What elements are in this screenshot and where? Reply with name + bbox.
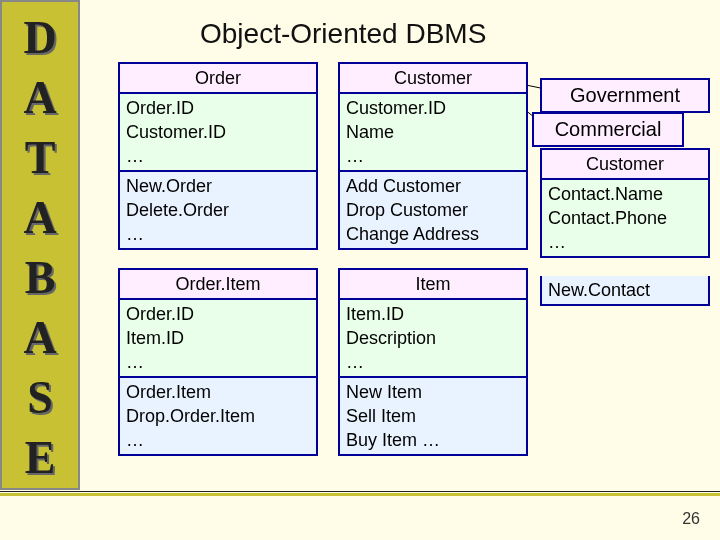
subclass-commercial: Commercial: [532, 112, 684, 147]
class-header: Customer: [338, 62, 528, 94]
class-header: Item: [338, 268, 528, 300]
class-ops: Order.Item Drop.Order.Item …: [118, 378, 318, 456]
sidebar-letter: A: [23, 188, 56, 248]
class-ops: New Item Sell Item Buy Item …: [338, 378, 528, 456]
class-orderitem: Order.Item Order.ID Item.ID … Order.Item…: [118, 268, 318, 456]
class-attrs: Contact.Name Contact.Phone …: [540, 180, 710, 258]
class-ops: New.Order Delete.Order …: [118, 172, 318, 250]
class-attrs: Item.ID Description …: [338, 300, 528, 378]
sidebar-letter: A: [23, 68, 56, 128]
class-header: Customer: [540, 148, 710, 180]
class-item: Item Item.ID Description … New Item Sell…: [338, 268, 528, 456]
class-ops: New.Contact: [540, 276, 710, 306]
slide-number: 26: [682, 510, 700, 528]
subclass-government: Government: [540, 78, 710, 113]
sidebar-letter: E: [25, 428, 56, 488]
class-order: Order Order.ID Customer.ID … New.Order D…: [118, 62, 318, 250]
slide-title: Object-Oriented DBMS: [200, 18, 486, 50]
class-attrs: Customer.ID Name …: [338, 94, 528, 172]
class-attrs: Order.ID Customer.ID …: [118, 94, 318, 172]
sidebar-letter: T: [25, 128, 56, 188]
class-header: Order: [118, 62, 318, 94]
class-customer: Customer Customer.ID Name … Add Customer…: [338, 62, 528, 250]
sidebar-letter: S: [27, 368, 53, 428]
sidebar: D A T A B A S E: [0, 0, 80, 490]
footer-rule: [0, 492, 720, 496]
sidebar-letter: A: [23, 308, 56, 368]
sidebar-letter: D: [23, 8, 56, 68]
class-contact: Customer Contact.Name Contact.Phone … Ne…: [540, 148, 710, 306]
class-header: Order.Item: [118, 268, 318, 300]
class-ops: Add Customer Drop Customer Change Addres…: [338, 172, 528, 250]
sidebar-letter: B: [25, 248, 56, 308]
class-attrs: Order.ID Item.ID …: [118, 300, 318, 378]
